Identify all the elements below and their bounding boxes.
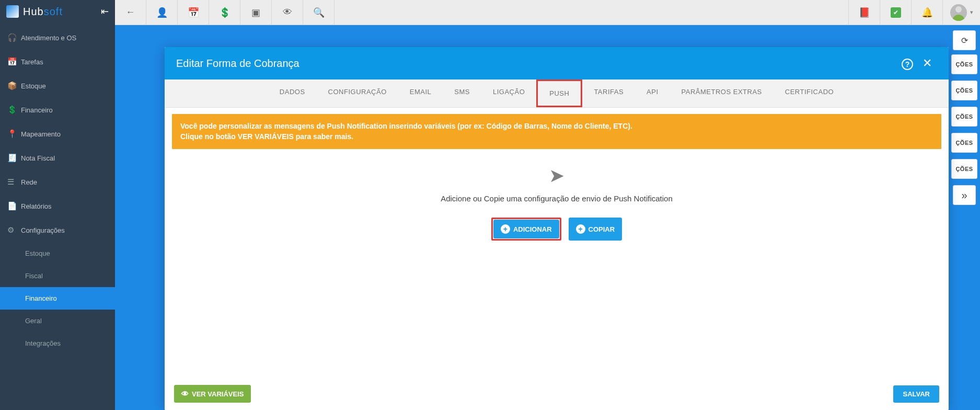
sidebar-item-financeiro[interactable]: 💲Financeiro bbox=[0, 98, 115, 122]
tab-parametros-extras[interactable]: PARÂMETROS EXTRAS bbox=[670, 79, 774, 107]
notifications-button[interactable]: 🔔 bbox=[911, 0, 942, 25]
highlight-box: + ADICIONAR bbox=[491, 218, 561, 241]
sidebar-item-label: Nota Fiscal bbox=[21, 154, 55, 162]
sidebar-sub-integracoes[interactable]: Integrações bbox=[0, 332, 115, 355]
tab-ligacao[interactable]: LIGAÇÃO bbox=[481, 79, 536, 107]
modal-header: Editar Forma de Cobrança ? ✕ bbox=[165, 47, 949, 79]
back-button[interactable]: ← bbox=[115, 0, 146, 25]
search-icon: 🔍 bbox=[313, 7, 325, 18]
empty-text: Adicione ou Copie uma configuração de en… bbox=[172, 194, 941, 203]
view-button[interactable]: 👁 bbox=[272, 0, 303, 25]
sidebar-item-label: Mapeamento bbox=[21, 130, 61, 138]
sidebar-item-estoque[interactable]: 📦Estoque bbox=[0, 74, 115, 98]
modal-title: Editar Forma de Cobrança bbox=[176, 58, 299, 70]
pdf-icon: 📕 bbox=[859, 7, 870, 18]
refresh-icon: ⟳ bbox=[961, 36, 968, 45]
modal-tabs: DADOS CONFIGURAÇÃO EMAIL SMS LIGAÇÃO PUS… bbox=[165, 79, 949, 108]
calendar-icon: 📅 bbox=[188, 7, 199, 18]
calendar-button[interactable]: 📅 bbox=[178, 0, 209, 25]
button-label: VER VARIÁVEIS bbox=[192, 390, 244, 398]
sidebar-item-label: Estoque bbox=[21, 82, 46, 90]
empty-state: ➤ Adicione ou Copie uma configuração de … bbox=[172, 149, 941, 256]
info-banner: Você pode personalizar as mensagens de P… bbox=[172, 114, 941, 149]
salvar-button[interactable]: SALVAR bbox=[893, 385, 939, 403]
tab-api[interactable]: API bbox=[635, 79, 670, 107]
options-button-3[interactable]: ÇÕES bbox=[951, 107, 977, 127]
check-icon: ✔ bbox=[891, 7, 901, 18]
dollar-button[interactable]: 💲 bbox=[209, 0, 240, 25]
sidebar-sub-estoque[interactable]: Estoque bbox=[0, 242, 115, 265]
options-button-4[interactable]: ÇÕES bbox=[951, 133, 977, 153]
sidebar-item-atendimento[interactable]: 🎧Atendimento e OS bbox=[0, 26, 115, 50]
tab-dados[interactable]: DADOS bbox=[268, 79, 317, 107]
help-icon: ? bbox=[902, 59, 913, 70]
close-button[interactable]: ✕ bbox=[917, 56, 937, 70]
logo-icon bbox=[6, 5, 19, 18]
tab-configuracao[interactable]: CONFIGURAÇÃO bbox=[317, 79, 398, 107]
modal-footer: 👁 VER VARIÁVEIS SALVAR bbox=[165, 378, 949, 410]
gear-icon: ⚙ bbox=[7, 225, 21, 235]
headset-icon: 🎧 bbox=[7, 33, 21, 42]
topbar: ← 👤 📅 💲 ▣ 👁 🔍 📕 ✔ 🔔 ▾ bbox=[115, 0, 980, 25]
status-button[interactable]: ✔ bbox=[880, 0, 911, 25]
search-button[interactable]: 🔍 bbox=[303, 0, 335, 25]
ver-variaveis-button[interactable]: 👁 VER VARIÁVEIS bbox=[174, 385, 251, 403]
sidebar-item-rede[interactable]: ☰Rede bbox=[0, 170, 115, 194]
tab-certificado[interactable]: CERTIFICADO bbox=[774, 79, 845, 107]
tab-tarifas[interactable]: TARIFAS bbox=[582, 79, 635, 107]
terminal-icon: ▣ bbox=[251, 7, 260, 18]
sidebar-item-label: Relatórios bbox=[21, 202, 52, 210]
adicionar-button[interactable]: + ADICIONAR bbox=[493, 220, 559, 238]
arrow-left-icon: ← bbox=[126, 7, 135, 18]
modal-body: Você pode personalizar as mensagens de P… bbox=[165, 108, 949, 378]
pdf-button[interactable]: 📕 bbox=[848, 0, 880, 25]
eye-icon: 👁 bbox=[283, 7, 292, 18]
avatar bbox=[950, 4, 967, 21]
refresh-button[interactable]: ⟳ bbox=[953, 30, 976, 50]
sidebar-item-notafiscal[interactable]: 🧾Nota Fiscal bbox=[0, 146, 115, 170]
user-menu[interactable]: ▾ bbox=[942, 0, 980, 25]
bell-icon: 🔔 bbox=[921, 7, 933, 18]
sidebar-sub-geral[interactable]: Geral bbox=[0, 310, 115, 332]
main: ← 👤 📅 💲 ▣ 👁 🔍 📕 ✔ 🔔 ▾ ⟳ ÇÕES ÇÕES ÇÕES Ç… bbox=[115, 0, 980, 410]
logo[interactable]: Hubsoft ⇤ bbox=[0, 0, 115, 23]
content: ⟳ ÇÕES ÇÕES ÇÕES ÇÕES ÇÕES » Editar Form… bbox=[115, 25, 980, 410]
button-row: + ADICIONAR + COPIAR bbox=[172, 218, 941, 241]
options-button-5[interactable]: ÇÕES bbox=[951, 159, 977, 179]
logo-text: Hubsoft bbox=[23, 6, 63, 18]
pin-icon: 📍 bbox=[7, 129, 21, 139]
sidebar-sub-fiscal[interactable]: Fiscal bbox=[0, 265, 115, 287]
copiar-button[interactable]: + COPIAR bbox=[569, 218, 622, 241]
sidebar-item-label: Financeiro bbox=[21, 106, 53, 114]
banner-line-1: Você pode personalizar as mensagens de P… bbox=[180, 121, 933, 132]
sidebar-item-configuracoes[interactable]: ⚙Configurações bbox=[0, 218, 115, 242]
options-button-2[interactable]: ÇÕES bbox=[951, 81, 977, 100]
eye-icon: 👁 bbox=[181, 390, 189, 398]
terminal-button[interactable]: ▣ bbox=[240, 0, 272, 25]
sidebar-item-relatorios[interactable]: 📄Relatórios bbox=[0, 194, 115, 218]
sidebar-sub-financeiro[interactable]: Financeiro bbox=[0, 287, 115, 310]
sidebar-item-mapeamento[interactable]: 📍Mapeamento bbox=[0, 122, 115, 146]
plus-icon: + bbox=[501, 224, 510, 234]
sidebar-item-label: Rede bbox=[21, 178, 37, 186]
help-button[interactable]: ? bbox=[897, 56, 917, 70]
calendar-icon: 📅 bbox=[7, 57, 21, 66]
network-icon: ☰ bbox=[7, 177, 21, 187]
sidebar-item-label: Configurações bbox=[21, 226, 65, 234]
banner-line-2: Clique no botão VER VARIÁVEIS para saber… bbox=[180, 132, 933, 142]
chevron-right-icon: » bbox=[961, 189, 967, 201]
right-panel: ⟳ ÇÕES ÇÕES ÇÕES ÇÕES ÇÕES » bbox=[949, 25, 980, 210]
modal-editar-forma-cobranca: Editar Forma de Cobrança ? ✕ DADOS CONFI… bbox=[165, 47, 949, 410]
user-icon: 👤 bbox=[156, 7, 168, 18]
options-button-1[interactable]: ÇÕES bbox=[951, 54, 977, 74]
sidebar-item-tarefas[interactable]: 📅Tarefas bbox=[0, 50, 115, 74]
button-label: COPIAR bbox=[589, 225, 615, 233]
tab-sms[interactable]: SMS bbox=[443, 79, 481, 107]
sidebar-collapse-icon[interactable]: ⇤ bbox=[101, 6, 109, 17]
nav: 🎧Atendimento e OS 📅Tarefas 📦Estoque 💲Fin… bbox=[0, 23, 115, 355]
tab-push[interactable]: PUSH bbox=[536, 79, 582, 107]
more-button[interactable]: » bbox=[953, 185, 976, 205]
user-button[interactable]: 👤 bbox=[146, 0, 178, 25]
tab-email[interactable]: EMAIL bbox=[398, 79, 443, 107]
plus-icon: + bbox=[576, 224, 585, 234]
